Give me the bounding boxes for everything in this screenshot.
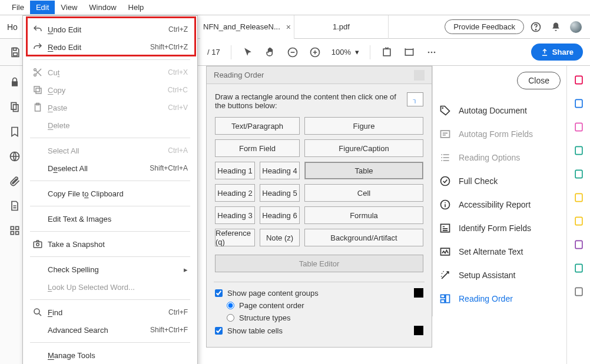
menu-item-find[interactable]: FindCtrl+F: [23, 303, 197, 321]
btn-heading-1[interactable]: Heading 1: [215, 162, 255, 179]
btn-background-artifact[interactable]: Background/Artifact: [304, 229, 423, 246]
svg-rect-40: [575, 146, 582, 154]
notification-bell-icon[interactable]: [550, 21, 562, 33]
menu-item-redo-edit[interactable]: Redo EditShift+Ctrl+Z: [23, 38, 197, 56]
menu-item-take-a-snapshot[interactable]: Take a Snapshot: [23, 235, 197, 253]
save-icon[interactable]: [9, 46, 21, 58]
bookmark-icon[interactable]: [9, 126, 21, 138]
dialog-titlebar[interactable]: Reading Order: [207, 66, 432, 84]
menu-item-check-spelling[interactable]: Check Spelling▸: [23, 261, 197, 278]
color-swatch[interactable]: [414, 288, 423, 298]
menu-item-select-all: Select AllCtrl+A: [23, 142, 197, 159]
export-pdf-icon[interactable]: [573, 145, 585, 156]
help-icon[interactable]: [530, 21, 542, 33]
menubar-edit[interactable]: Edit: [30, 1, 55, 14]
combine-files-icon[interactable]: [573, 98, 585, 109]
menu-item-manage-tools[interactable]: Manage Tools: [23, 346, 197, 364]
btn-figure-caption[interactable]: Figure/Caption: [304, 139, 423, 157]
more-icon[interactable]: [426, 46, 437, 58]
dialog-close-icon[interactable]: [414, 70, 425, 81]
panel-item-identify-form-fields[interactable]: Identify Form Fields: [433, 216, 566, 240]
panel-item-label: Identify Form Fields: [459, 223, 531, 233]
home-button[interactable]: Ho: [0, 15, 25, 38]
selection-arrow-icon[interactable]: [242, 46, 254, 58]
menu-item-label: Deselect All: [48, 164, 150, 173]
menu-separator: [30, 299, 190, 300]
btn-heading-3[interactable]: Heading 3: [215, 206, 255, 224]
btn-figure[interactable]: Figure: [304, 117, 423, 135]
list-icon: [439, 151, 452, 164]
svg-point-16: [37, 243, 39, 246]
tags-panel-icon[interactable]: [9, 225, 21, 236]
radio-structure-types[interactable]: Structure types: [215, 313, 423, 322]
hand-icon[interactable]: [264, 46, 276, 58]
attachment-icon[interactable]: [9, 175, 21, 187]
btn-formula[interactable]: Formula: [304, 206, 423, 224]
user-avatar[interactable]: [570, 21, 582, 33]
radio[interactable]: [227, 314, 234, 322]
page-display-icon[interactable]: [403, 46, 415, 58]
check-show-page-content-groups[interactable]: Show page content groups: [215, 288, 423, 298]
menubar-help[interactable]: Help: [122, 1, 150, 14]
provide-feedback-button[interactable]: Provide Feedback: [445, 19, 524, 34]
wand-icon: [439, 269, 452, 282]
check-show-table-cells[interactable]: Show table cells: [215, 326, 423, 335]
menu-shortcut: Shift+Ctrl+Z: [150, 43, 188, 51]
btn-text-paragraph[interactable]: Text/Paragraph: [215, 117, 300, 135]
lock-icon[interactable]: [9, 76, 21, 88]
globe-icon[interactable]: [9, 151, 21, 162]
signature-icon[interactable]: [573, 239, 585, 251]
share-button-label: Share: [552, 48, 574, 56]
fill-sign-icon[interactable]: [573, 215, 585, 227]
btn-table-editor[interactable]: Table Editor: [215, 255, 423, 272]
panel-item-autotag-document[interactable]: Autotag Document: [433, 99, 566, 122]
tab-1-pdf[interactable]: 1.pdf: [294, 15, 389, 39]
edit-pdf-icon[interactable]: [573, 121, 585, 133]
zoom-out-icon[interactable]: [287, 46, 299, 58]
menu-item-edit-text-images[interactable]: Edit Text & Images: [23, 210, 197, 228]
panel-item-accessibility-report[interactable]: Accessibility Report: [433, 193, 566, 216]
document-icon[interactable]: [9, 200, 21, 212]
menu-item-undo-edit[interactable]: Undo EditCtrl+Z: [23, 21, 197, 38]
color-swatch[interactable]: [414, 326, 423, 335]
close-button[interactable]: Close: [517, 72, 561, 89]
menubar-view[interactable]: View: [55, 1, 83, 14]
btn-table[interactable]: Table: [304, 162, 423, 179]
close-icon[interactable]: ×: [286, 22, 291, 32]
tab-nfn-releasen[interactable]: NFN_and_ReleaseN... ×: [200, 15, 294, 39]
menu-item-copy-file-to-clipboard[interactable]: Copy File to Clipboard: [23, 185, 197, 202]
panel-item-full-check[interactable]: Full Check: [433, 169, 566, 193]
reading-order-icon: [439, 292, 452, 305]
menubar-window[interactable]: Window: [83, 1, 122, 14]
create-pdf-icon[interactable]: [573, 74, 585, 86]
more-tools-icon[interactable]: [573, 262, 585, 274]
menu-separator: [30, 231, 190, 232]
checkbox[interactable]: [215, 327, 223, 335]
btn-form-field[interactable]: Form Field: [215, 139, 300, 157]
pages-icon[interactable]: [9, 101, 21, 113]
menubar-file[interactable]: File: [6, 1, 30, 14]
btn-heading-6[interactable]: Heading 6: [260, 206, 300, 224]
zoom-level[interactable]: 100% ▾: [332, 48, 359, 56]
btn-reference[interactable]: Reference (q): [215, 229, 255, 246]
share-button[interactable]: Share: [531, 44, 583, 61]
fit-width-icon[interactable]: [381, 46, 393, 58]
menu-item-deselect-all[interactable]: Deselect AllShift+Ctrl+A: [23, 159, 197, 177]
panel-item-set-alternate-text[interactable]: Set Alternate Text: [433, 240, 566, 263]
btn-note[interactable]: Note (z): [260, 229, 300, 246]
btn-cell[interactable]: Cell: [304, 184, 423, 202]
btn-heading-4[interactable]: Heading 4: [260, 162, 300, 179]
panel-item-setup-assistant[interactable]: Setup Assistant: [433, 263, 566, 287]
menu-item-advanced-search[interactable]: Advanced SearchShift+Ctrl+F: [23, 321, 197, 339]
comment-icon[interactable]: [573, 192, 585, 203]
organize-pages-icon[interactable]: [573, 168, 585, 180]
btn-heading-5[interactable]: Heading 5: [260, 184, 300, 202]
zoom-in-icon[interactable]: [309, 46, 321, 58]
protect-icon[interactable]: [573, 286, 585, 298]
radio[interactable]: [227, 302, 234, 309]
panel-item-reading-order[interactable]: Reading Order: [433, 287, 566, 310]
panel-item-label: Autotag Document: [459, 106, 527, 115]
radio-page-content-order[interactable]: Page content order: [215, 301, 423, 310]
checkbox[interactable]: [215, 289, 223, 297]
btn-heading-2[interactable]: Heading 2: [215, 184, 255, 202]
